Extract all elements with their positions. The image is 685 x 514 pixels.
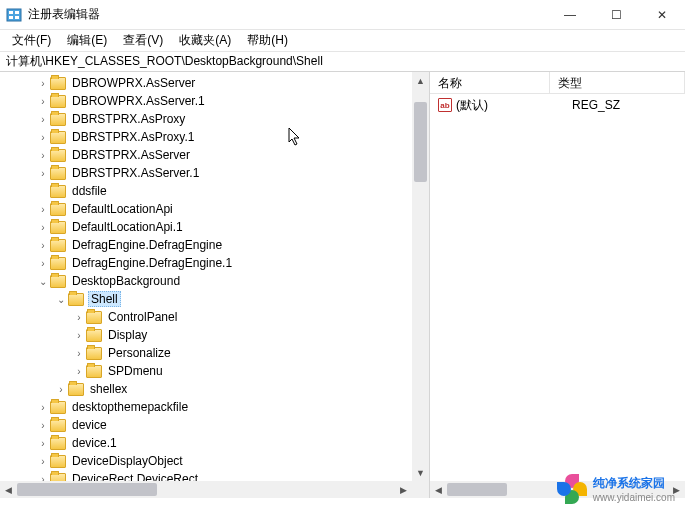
scroll-thumb[interactable] xyxy=(414,102,427,182)
list-pane: 名称 类型 (默认)REG_SZ ◀ ▶ xyxy=(430,72,685,498)
chevron-down-icon[interactable]: ⌄ xyxy=(36,276,50,287)
tree-item[interactable]: ›DefaultLocationApi.1 xyxy=(0,218,412,236)
tree-item[interactable]: ›DefragEngine.DefragEngine.1 xyxy=(0,254,412,272)
chevron-right-icon[interactable]: › xyxy=(36,114,50,125)
chevron-right-icon[interactable]: › xyxy=(36,438,50,449)
chevron-right-icon[interactable]: › xyxy=(36,204,50,215)
tree-item-label: ControlPanel xyxy=(106,310,179,324)
list-header: 名称 类型 xyxy=(430,72,685,94)
tree-item[interactable]: ›SPDmenu xyxy=(0,362,412,380)
scroll-right-icon[interactable]: ▶ xyxy=(395,485,412,495)
tree-list[interactable]: ›DBROWPRX.AsServer›DBROWPRX.AsServer.1›D… xyxy=(0,72,412,481)
tree-item-label: DeviceDisplayObject xyxy=(70,454,185,468)
tree-item-label: shellex xyxy=(88,382,129,396)
column-type[interactable]: 类型 xyxy=(550,72,685,93)
svg-rect-1 xyxy=(9,11,13,14)
scroll-left-icon[interactable]: ◀ xyxy=(430,485,447,495)
tree-item[interactable]: ›shellex xyxy=(0,380,412,398)
list-row[interactable]: (默认)REG_SZ xyxy=(430,96,685,114)
tree-item[interactable]: ›Display xyxy=(0,326,412,344)
tree-item-label: SPDmenu xyxy=(106,364,165,378)
tree-item[interactable]: ›DBRSTPRX.AsProxy xyxy=(0,110,412,128)
menubar: 文件(F) 编辑(E) 查看(V) 收藏夹(A) 帮助(H) xyxy=(0,30,685,52)
tree-item[interactable]: ›DefragEngine.DefragEngine xyxy=(0,236,412,254)
tree-item[interactable]: ›DBRSTPRX.AsServer.1 xyxy=(0,164,412,182)
column-name[interactable]: 名称 xyxy=(430,72,550,93)
scroll-left-icon[interactable]: ◀ xyxy=(0,485,17,495)
list-body[interactable]: (默认)REG_SZ xyxy=(430,94,685,114)
hscroll-thumb[interactable] xyxy=(17,483,157,496)
tree-item[interactable]: ›DeviceDisplayObject xyxy=(0,452,412,470)
chevron-right-icon[interactable]: › xyxy=(36,168,50,179)
tree-item[interactable]: ⌄DesktopBackground xyxy=(0,272,412,290)
tree-item-label: DefragEngine.DefragEngine.1 xyxy=(70,256,234,270)
chevron-right-icon[interactable]: › xyxy=(36,240,50,251)
minimize-button[interactable]: — xyxy=(547,0,593,29)
chevron-right-icon[interactable]: › xyxy=(72,330,86,341)
chevron-down-icon[interactable]: ⌄ xyxy=(54,294,68,305)
chevron-right-icon[interactable]: › xyxy=(36,456,50,467)
menu-help[interactable]: 帮助(H) xyxy=(239,30,296,51)
window-buttons: — ☐ ✕ xyxy=(547,0,685,29)
chevron-right-icon[interactable]: › xyxy=(36,150,50,161)
address-bar[interactable]: 计算机\HKEY_CLASSES_ROOT\DesktopBackground\… xyxy=(0,52,685,72)
tree-item[interactable]: ›DBROWPRX.AsServer.1 xyxy=(0,92,412,110)
scroll-up-icon[interactable]: ▲ xyxy=(412,72,429,89)
folder-icon xyxy=(50,419,66,432)
folder-icon xyxy=(50,95,66,108)
tree-item[interactable]: ›DBROWPRX.AsServer xyxy=(0,74,412,92)
folder-icon xyxy=(50,437,66,450)
chevron-right-icon[interactable]: › xyxy=(36,132,50,143)
tree-item-label: DeviceRect.DeviceRect xyxy=(70,472,200,481)
menu-file[interactable]: 文件(F) xyxy=(4,30,59,51)
scroll-right-icon[interactable]: ▶ xyxy=(668,485,685,495)
chevron-right-icon[interactable]: › xyxy=(54,384,68,395)
tree-item[interactable]: ⌄Shell xyxy=(0,290,412,308)
close-button[interactable]: ✕ xyxy=(639,0,685,29)
tree-item-label: device.1 xyxy=(70,436,119,450)
tree-vscrollbar[interactable]: ▲ ▼ xyxy=(412,72,429,481)
folder-icon xyxy=(50,275,66,288)
tree-item[interactable]: ›Personalize xyxy=(0,344,412,362)
chevron-right-icon[interactable]: › xyxy=(36,96,50,107)
chevron-right-icon[interactable]: › xyxy=(36,258,50,269)
folder-icon xyxy=(68,293,84,306)
scroll-down-icon[interactable]: ▼ xyxy=(412,464,429,481)
hscroll-thumb[interactable] xyxy=(447,483,507,496)
chevron-right-icon[interactable]: › xyxy=(36,420,50,431)
menu-view[interactable]: 查看(V) xyxy=(115,30,171,51)
value-type: REG_SZ xyxy=(564,98,685,112)
list-hscrollbar[interactable]: ◀ ▶ xyxy=(430,481,685,498)
tree-item[interactable]: ›DeviceRect.DeviceRect xyxy=(0,470,412,481)
tree-item[interactable]: ›device xyxy=(0,416,412,434)
tree-item[interactable]: ›DBRSTPRX.AsServer xyxy=(0,146,412,164)
menu-edit[interactable]: 编辑(E) xyxy=(59,30,115,51)
chevron-right-icon[interactable]: › xyxy=(72,366,86,377)
tree-item[interactable]: ›ControlPanel xyxy=(0,308,412,326)
folder-icon xyxy=(50,401,66,414)
folder-icon xyxy=(50,221,66,234)
tree-item[interactable]: ›desktopthemepackfile xyxy=(0,398,412,416)
folder-icon xyxy=(50,185,66,198)
tree-item[interactable]: ›DefaultLocationApi xyxy=(0,200,412,218)
tree-item-label: Personalize xyxy=(106,346,173,360)
folder-icon xyxy=(50,239,66,252)
svg-rect-2 xyxy=(15,11,19,14)
tree-pane: ›DBROWPRX.AsServer›DBROWPRX.AsServer.1›D… xyxy=(0,72,430,498)
tree-item[interactable]: ddsfile xyxy=(0,182,412,200)
tree-hscrollbar[interactable]: ◀ ▶ xyxy=(0,481,412,498)
tree-item-label: DefragEngine.DefragEngine xyxy=(70,238,224,252)
chevron-right-icon[interactable]: › xyxy=(72,312,86,323)
tree-item-label: DBROWPRX.AsServer.1 xyxy=(70,94,207,108)
svg-rect-4 xyxy=(15,16,19,19)
maximize-button[interactable]: ☐ xyxy=(593,0,639,29)
chevron-right-icon[interactable]: › xyxy=(36,78,50,89)
chevron-right-icon[interactable]: › xyxy=(72,348,86,359)
tree-item[interactable]: ›device.1 xyxy=(0,434,412,452)
menu-favorites[interactable]: 收藏夹(A) xyxy=(171,30,239,51)
chevron-right-icon[interactable]: › xyxy=(36,222,50,233)
svg-rect-3 xyxy=(9,16,13,19)
chevron-right-icon[interactable]: › xyxy=(36,402,50,413)
tree-item[interactable]: ›DBRSTPRX.AsProxy.1 xyxy=(0,128,412,146)
chevron-right-icon[interactable]: › xyxy=(36,474,50,482)
